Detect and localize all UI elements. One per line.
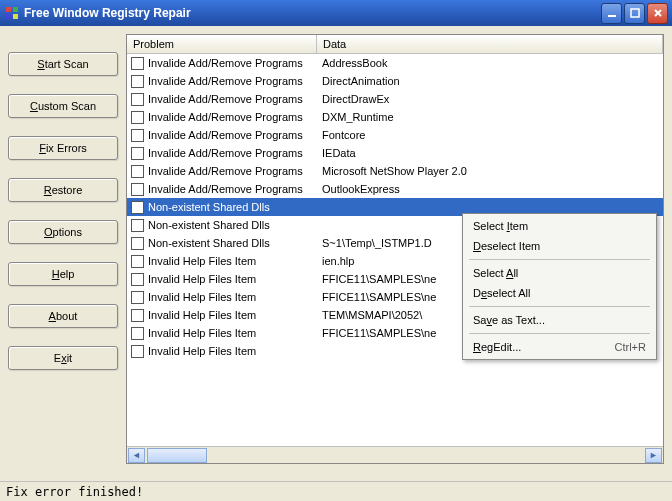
- list-row[interactable]: Invalide Add/Remove ProgramsMicrosoft Ne…: [127, 162, 663, 180]
- row-data: DirectDrawEx: [318, 93, 663, 105]
- svg-rect-5: [631, 9, 639, 17]
- maximize-button[interactable]: [624, 3, 645, 24]
- svg-rect-2: [6, 14, 11, 19]
- row-checkbox[interactable]: [131, 273, 144, 286]
- menu-item-8[interactable]: RegEdit...Ctrl+R: [465, 337, 654, 357]
- row-checkbox[interactable]: [131, 147, 144, 160]
- sidebar-button-5[interactable]: Help: [8, 262, 118, 286]
- row-problem: Invalide Add/Remove Programs: [148, 57, 318, 69]
- list-header: Problem Data: [127, 35, 663, 54]
- row-problem: Invalide Add/Remove Programs: [148, 183, 318, 195]
- row-problem: Invalide Add/Remove Programs: [148, 147, 318, 159]
- row-problem: Non-existent Shared Dlls: [148, 237, 318, 249]
- svg-rect-1: [13, 7, 18, 12]
- header-data[interactable]: Data: [317, 35, 663, 53]
- row-problem: Invalid Help Files Item: [148, 309, 318, 321]
- row-problem: Invalid Help Files Item: [148, 255, 318, 267]
- row-problem: Invalide Add/Remove Programs: [148, 129, 318, 141]
- status-bar: Fix error finished!: [0, 481, 672, 501]
- results-list: Problem Data Invalide Add/Remove Program…: [126, 34, 664, 464]
- row-problem: Non-existent Shared Dlls: [148, 201, 318, 213]
- row-data: OutlookExpress: [318, 183, 663, 195]
- row-checkbox[interactable]: [131, 75, 144, 88]
- row-checkbox[interactable]: [131, 129, 144, 142]
- row-problem: Invalide Add/Remove Programs: [148, 93, 318, 105]
- context-menu: Select ItemDeselect ItemSelect AllDesele…: [462, 213, 657, 360]
- sidebar: Start ScanCustom ScanFix ErrorsRestoreOp…: [8, 34, 118, 464]
- menu-item-6[interactable]: Save as Text...: [465, 310, 654, 330]
- menu-item-3[interactable]: Select All: [465, 263, 654, 283]
- row-checkbox[interactable]: [131, 345, 144, 358]
- row-data: AddressBook: [318, 57, 663, 69]
- menu-item-0[interactable]: Select Item: [465, 216, 654, 236]
- row-data: DirectAnimation: [318, 75, 663, 87]
- list-row[interactable]: Invalide Add/Remove ProgramsDirectDrawEx: [127, 90, 663, 108]
- close-button[interactable]: [647, 3, 668, 24]
- list-row[interactable]: Invalide Add/Remove ProgramsDirectAnimat…: [127, 72, 663, 90]
- row-data: Fontcore: [318, 129, 663, 141]
- titlebar: Free Window Registry Repair: [0, 0, 672, 26]
- row-checkbox[interactable]: [131, 309, 144, 322]
- sidebar-button-0[interactable]: Start Scan: [8, 52, 118, 76]
- row-problem: Invalid Help Files Item: [148, 345, 318, 357]
- menu-separator: [469, 306, 650, 307]
- row-problem: Invalide Add/Remove Programs: [148, 165, 318, 177]
- row-checkbox[interactable]: [131, 165, 144, 178]
- row-problem: Non-existent Shared Dlls: [148, 219, 318, 231]
- scroll-thumb[interactable]: [147, 448, 207, 463]
- menu-item-4[interactable]: Deselect All: [465, 283, 654, 303]
- sidebar-button-4[interactable]: Options: [8, 220, 118, 244]
- row-checkbox[interactable]: [131, 255, 144, 268]
- svg-rect-0: [6, 7, 11, 12]
- sidebar-button-2[interactable]: Fix Errors: [8, 136, 118, 160]
- sidebar-button-1[interactable]: Custom Scan: [8, 94, 118, 118]
- row-checkbox[interactable]: [131, 291, 144, 304]
- menu-separator: [469, 333, 650, 334]
- scroll-left-button[interactable]: ◄: [128, 448, 145, 463]
- header-problem[interactable]: Problem: [127, 35, 317, 53]
- row-problem: Invalid Help Files Item: [148, 327, 318, 339]
- row-checkbox[interactable]: [131, 201, 144, 214]
- sidebar-button-7[interactable]: Exit: [8, 346, 118, 370]
- row-problem: Invalide Add/Remove Programs: [148, 75, 318, 87]
- list-row[interactable]: Invalide Add/Remove ProgramsAddressBook: [127, 54, 663, 72]
- list-row[interactable]: Invalide Add/Remove ProgramsOutlookExpre…: [127, 180, 663, 198]
- menu-separator: [469, 259, 650, 260]
- row-problem: Invalid Help Files Item: [148, 273, 318, 285]
- sidebar-button-6[interactable]: About: [8, 304, 118, 328]
- horizontal-scrollbar[interactable]: ◄ ►: [127, 446, 663, 463]
- row-problem: Invalid Help Files Item: [148, 291, 318, 303]
- scroll-right-button[interactable]: ►: [645, 448, 662, 463]
- svg-rect-3: [13, 14, 18, 19]
- row-checkbox[interactable]: [131, 57, 144, 70]
- list-row[interactable]: Invalide Add/Remove ProgramsDXM_Runtime: [127, 108, 663, 126]
- list-row[interactable]: Invalide Add/Remove ProgramsFontcore: [127, 126, 663, 144]
- row-problem: Invalide Add/Remove Programs: [148, 111, 318, 123]
- row-checkbox[interactable]: [131, 327, 144, 340]
- row-data: Microsoft NetShow Player 2.0: [318, 165, 663, 177]
- window-title: Free Window Registry Repair: [24, 6, 601, 20]
- row-checkbox[interactable]: [131, 237, 144, 250]
- row-checkbox[interactable]: [131, 111, 144, 124]
- row-data: DXM_Runtime: [318, 111, 663, 123]
- menu-item-1[interactable]: Deselect Item: [465, 236, 654, 256]
- row-checkbox[interactable]: [131, 219, 144, 232]
- app-icon: [4, 5, 20, 21]
- sidebar-button-3[interactable]: Restore: [8, 178, 118, 202]
- minimize-button[interactable]: [601, 3, 622, 24]
- list-row[interactable]: Invalide Add/Remove ProgramsIEData: [127, 144, 663, 162]
- row-checkbox[interactable]: [131, 93, 144, 106]
- row-data: IEData: [318, 147, 663, 159]
- svg-rect-4: [608, 15, 616, 17]
- row-checkbox[interactable]: [131, 183, 144, 196]
